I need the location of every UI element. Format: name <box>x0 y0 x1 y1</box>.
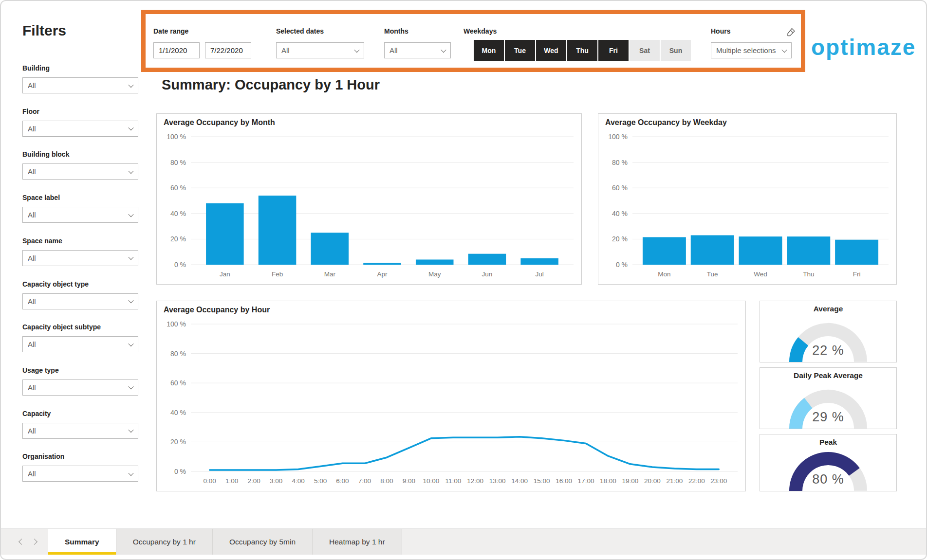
chevron-down-icon <box>128 470 133 476</box>
weekday-toggle-sat[interactable]: Sat <box>630 40 660 61</box>
filter-group-floor: FloorAll <box>22 108 138 137</box>
chevron-left-icon <box>19 539 25 545</box>
weekdays-label: Weekdays <box>464 27 497 35</box>
weekday-toggle-thu[interactable]: Thu <box>567 40 597 61</box>
svg-text:0:00: 0:00 <box>204 477 216 485</box>
month-bar-plot: 100 %80 %60 %40 %20 %0 %JanFebMarAprMayJ… <box>157 114 581 284</box>
filter-label-floor: Floor <box>22 108 138 115</box>
svg-text:17:00: 17:00 <box>578 477 594 485</box>
tab-nav-left[interactable] <box>17 529 26 555</box>
selected-dates-value: All <box>281 46 290 54</box>
weekday-bar-plot: 100 %80 %60 %40 %20 %0 %MonTueWedThuFri <box>598 114 896 284</box>
svg-text:16:00: 16:00 <box>556 477 572 485</box>
selected-dates-label: Selected dates <box>276 27 324 35</box>
svg-text:80 %: 80 % <box>170 350 186 358</box>
chevron-right-icon <box>31 539 37 545</box>
filter-label-usage-type: Usage type <box>22 366 138 374</box>
svg-text:6:00: 6:00 <box>336 477 349 485</box>
chevron-down-icon <box>128 384 133 389</box>
chevron-down-icon <box>781 47 787 52</box>
svg-text:8:00: 8:00 <box>380 477 393 485</box>
chart-avg-occupancy-by-month[interactable]: Average Occupancy by Month 100 %80 %60 %… <box>156 113 582 285</box>
filter-dropdown-space-name[interactable]: All <box>22 250 138 266</box>
svg-text:13:00: 13:00 <box>489 477 506 485</box>
filter-bar-highlight <box>141 10 805 72</box>
filter-dropdown-organisation[interactable]: All <box>22 466 138 482</box>
weekday-toggle-sun[interactable]: Sun <box>661 40 691 61</box>
filter-group-capacity-object-type: Capacity object typeAll <box>22 280 138 309</box>
chevron-down-icon <box>128 212 133 217</box>
svg-text:1:00: 1:00 <box>225 477 238 485</box>
svg-text:0 %: 0 % <box>174 468 186 475</box>
svg-text:12:00: 12:00 <box>467 477 483 485</box>
chevron-down-icon <box>128 341 133 346</box>
tab-summary[interactable]: Summary <box>48 529 116 555</box>
weekday-toggle-fri[interactable]: Fri <box>598 40 629 61</box>
gauge-value: 22 % <box>760 343 896 358</box>
dropdown-value: All <box>28 81 36 90</box>
filter-dropdown-capacity-object-subtype[interactable]: All <box>22 336 138 352</box>
eraser-icon[interactable] <box>785 26 797 38</box>
gauge-daily-peak-average[interactable]: Daily Peak Average 29 % <box>760 367 897 429</box>
hours-dropdown[interactable]: Multiple selections <box>711 42 792 58</box>
dropdown-value: All <box>28 297 36 306</box>
svg-text:20 %: 20 % <box>170 235 186 243</box>
tab-list: SummaryOccupancy by 1 hrOccupancy by 5mi… <box>48 529 402 555</box>
chevron-down-icon <box>128 427 133 433</box>
svg-text:Fri: Fri <box>853 271 861 278</box>
tab-occupancy-by-1-hr[interactable]: Occupancy by 1 hr <box>116 529 213 555</box>
hours-label: Hours <box>711 27 730 35</box>
months-label: Months <box>384 27 408 35</box>
weekday-toggle-tue[interactable]: Tue <box>505 40 535 61</box>
gauge-average[interactable]: Average 22 % <box>760 301 897 362</box>
date-start-input[interactable] <box>153 42 200 58</box>
svg-text:May: May <box>428 271 441 278</box>
date-end-input[interactable] <box>205 42 251 58</box>
svg-text:Mar: Mar <box>324 271 336 278</box>
tab-nav-right[interactable] <box>29 529 39 555</box>
svg-text:11:00: 11:00 <box>445 477 461 485</box>
svg-text:21:00: 21:00 <box>666 477 683 485</box>
filter-label-building-block: Building block <box>22 150 138 158</box>
filter-dropdown-space-label[interactable]: All <box>22 207 138 223</box>
chevron-down-icon <box>128 168 133 174</box>
dropdown-value: All <box>28 254 36 262</box>
filter-dropdown-building-block[interactable]: All <box>22 163 138 180</box>
svg-text:100 %: 100 % <box>608 133 628 141</box>
optimaze-logo: optimaze <box>811 34 916 60</box>
filter-dropdown-capacity[interactable]: All <box>22 423 138 439</box>
filter-dropdown-floor[interactable]: All <box>22 121 138 137</box>
chevron-down-icon <box>128 125 133 130</box>
weekday-toggle-wed[interactable]: Wed <box>536 40 566 61</box>
filter-dropdown-building[interactable]: All <box>22 77 138 93</box>
gauge-title: Average <box>760 305 896 313</box>
svg-text:Thu: Thu <box>803 271 814 278</box>
chart-avg-occupancy-by-hour[interactable]: Average Occupancy by Hour 100 %80 %60 %4… <box>156 301 746 491</box>
chevron-down-icon <box>128 82 133 87</box>
filter-label-organisation: Organisation <box>22 452 138 460</box>
dropdown-value: All <box>28 211 36 219</box>
svg-text:0 %: 0 % <box>174 261 186 269</box>
gauge-peak[interactable]: Peak 80 % <box>760 434 897 491</box>
tab-heatmap-by-1-hr[interactable]: Heatmap by 1 hr <box>313 529 402 555</box>
dropdown-value: All <box>28 340 36 348</box>
chart-title: Average Occupancy by Hour <box>164 306 270 314</box>
dropdown-value: All <box>28 167 36 176</box>
date-range-label: Date range <box>153 27 188 35</box>
dropdown-value: All <box>28 383 36 392</box>
svg-text:19:00: 19:00 <box>622 477 639 485</box>
chart-avg-occupancy-by-weekday[interactable]: Average Occupancy by Weekday 100 %80 %60… <box>598 113 897 285</box>
selected-dates-dropdown[interactable]: All <box>276 42 364 58</box>
dropdown-value: All <box>28 125 36 133</box>
filter-group-building-block: Building blockAll <box>22 150 138 180</box>
filter-label-capacity-object-type: Capacity object type <box>22 280 138 288</box>
svg-text:Mon: Mon <box>658 271 670 278</box>
tab-occupancy-by-5min[interactable]: Occupancy by 5min <box>213 529 313 555</box>
svg-text:40 %: 40 % <box>170 409 186 416</box>
gauge-value: 29 % <box>760 410 896 425</box>
filter-dropdown-usage-type[interactable]: All <box>22 379 138 396</box>
weekday-toggle-mon[interactable]: Mon <box>474 40 504 61</box>
weekday-button-group: MonTueWedThuFriSatSun <box>474 40 692 61</box>
filter-dropdown-capacity-object-type[interactable]: All <box>22 293 138 309</box>
months-dropdown[interactable]: All <box>384 42 451 58</box>
